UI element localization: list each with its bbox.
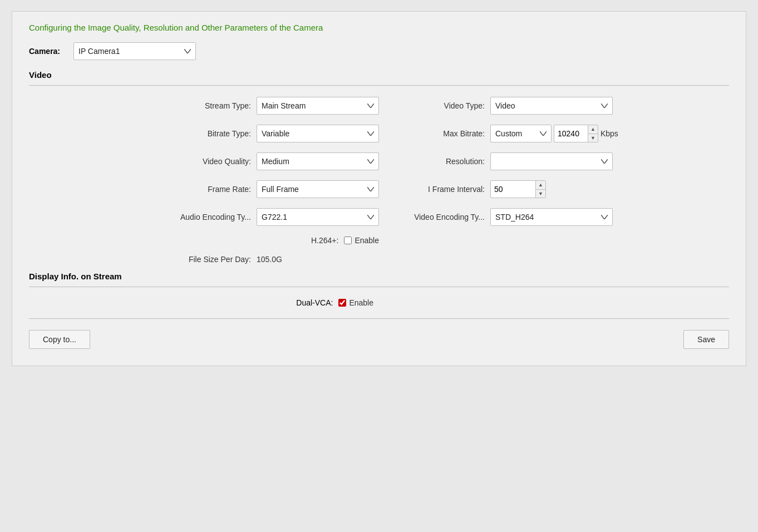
- resolution-label: Resolution:: [396, 157, 485, 166]
- divider-3: [29, 318, 729, 319]
- audio-encoding-row: Audio Encoding Ty... G722.1 G711ulaw G71…: [29, 208, 379, 226]
- i-frame-spinner-buttons: ▲ ▼: [535, 181, 545, 198]
- dual-vca-enable-label: Enable: [349, 298, 373, 307]
- i-frame-spinner-up[interactable]: ▲: [536, 181, 545, 190]
- audio-encoding-label: Audio Encoding Ty...: [162, 213, 251, 221]
- stream-type-row: Stream Type: Main Stream Sub Stream: [29, 97, 379, 115]
- file-size-value: 105.0G: [257, 255, 379, 264]
- h264-plus-enable-label: Enable: [355, 236, 379, 245]
- camera-select[interactable]: IP Camera1 IP Camera2 IP Camera3: [73, 42, 196, 60]
- max-bitrate-spinner: ▲ ▼: [554, 125, 598, 142]
- h264-plus-row: H.264+: Enable: [29, 236, 379, 245]
- dual-vca-checkbox[interactable]: [338, 299, 346, 307]
- video-type-select[interactable]: Video Video&Audio: [490, 97, 613, 115]
- file-size-right-empty: [379, 255, 729, 264]
- camera-row: Camera: IP Camera1 IP Camera2 IP Camera3: [29, 42, 729, 60]
- dual-vca-checkbox-group: Enable: [338, 298, 373, 307]
- divider-1: [29, 85, 729, 86]
- video-section-title: Video: [29, 70, 729, 80]
- i-frame-spinner-down[interactable]: ▼: [536, 190, 545, 198]
- i-frame-interval-label: I Frame Interval:: [396, 185, 485, 194]
- video-encoding-select[interactable]: STD_H264 H265 MJPEG: [490, 208, 613, 226]
- bitrate-type-row: Bitrate Type: Variable Constant: [29, 125, 379, 142]
- max-bitrate-select[interactable]: Custom 512 Kbps 1024 Kbps 2048 Kbps 4096…: [490, 125, 552, 142]
- h264-plus-checkbox-group: Enable: [344, 236, 379, 245]
- resolution-select[interactable]: [490, 152, 613, 170]
- video-type-row: Video Type: Video Video&Audio: [379, 97, 729, 115]
- max-bitrate-label: Max Bitrate:: [396, 129, 485, 138]
- file-size-row: File Size Per Day: 105.0G: [29, 255, 379, 264]
- max-bitrate-input[interactable]: [554, 127, 588, 140]
- copy-to-button[interactable]: Copy to...: [29, 330, 90, 349]
- max-bitrate-row: Max Bitrate: Custom 512 Kbps 1024 Kbps 2…: [379, 125, 729, 142]
- form-grid: Stream Type: Main Stream Sub Stream Vide…: [29, 97, 729, 264]
- video-type-label: Video Type:: [396, 101, 485, 110]
- divider-2: [29, 287, 729, 287]
- i-frame-interval-row: I Frame Interval: ▲ ▼: [379, 180, 729, 198]
- frame-rate-row: Frame Rate: Full Frame 1 fps 2 fps 4 fps…: [29, 180, 379, 198]
- page-title: Configuring the Image Quality, Resolutio…: [29, 23, 729, 32]
- frame-rate-label: Frame Rate:: [162, 185, 251, 194]
- stream-type-select[interactable]: Main Stream Sub Stream: [257, 97, 379, 115]
- spinner-up[interactable]: ▲: [588, 125, 598, 134]
- i-frame-spinner: ▲ ▼: [490, 180, 546, 198]
- bottom-buttons: Copy to... Save: [29, 330, 729, 349]
- max-bitrate-group: Custom 512 Kbps 1024 Kbps 2048 Kbps 4096…: [490, 125, 618, 142]
- dual-vca-label: Dual-VCA:: [244, 298, 333, 307]
- video-quality-row: Video Quality: Lowest Lower Low Medium H…: [29, 152, 379, 170]
- spinner-down[interactable]: ▼: [588, 134, 598, 142]
- file-size-label: File Size Per Day:: [162, 255, 251, 264]
- video-encoding-label: Video Encoding Ty...: [396, 213, 485, 221]
- audio-encoding-select[interactable]: G722.1 G711ulaw G711alaw MP2L2 G726: [257, 208, 379, 226]
- resolution-row: Resolution:: [379, 152, 729, 170]
- h264-plus-checkbox[interactable]: [344, 237, 352, 244]
- video-encoding-row: Video Encoding Ty... STD_H264 H265 MJPEG: [379, 208, 729, 226]
- bitrate-type-label: Bitrate Type:: [162, 129, 251, 138]
- h264-right-empty: [379, 236, 729, 245]
- kbps-label: Kbps: [601, 129, 618, 138]
- bitrate-type-select[interactable]: Variable Constant: [257, 125, 379, 142]
- h264-plus-label: H.264+:: [249, 236, 338, 245]
- save-button[interactable]: Save: [683, 330, 729, 349]
- stream-type-label: Stream Type:: [162, 101, 251, 110]
- frame-rate-select[interactable]: Full Frame 1 fps 2 fps 4 fps 6 fps 8 fps…: [257, 180, 379, 198]
- i-frame-input[interactable]: [491, 183, 535, 196]
- main-container: Configuring the Image Quality, Resolutio…: [12, 11, 746, 366]
- video-quality-select[interactable]: Lowest Lower Low Medium Higher Highest: [257, 152, 379, 170]
- video-quality-label: Video Quality:: [162, 157, 251, 166]
- camera-label: Camera:: [29, 47, 68, 56]
- display-section-title: Display Info. on Stream: [29, 272, 729, 281]
- dual-vca-row: Dual-VCA: Enable: [29, 298, 729, 307]
- spinner-buttons: ▲ ▼: [588, 125, 598, 142]
